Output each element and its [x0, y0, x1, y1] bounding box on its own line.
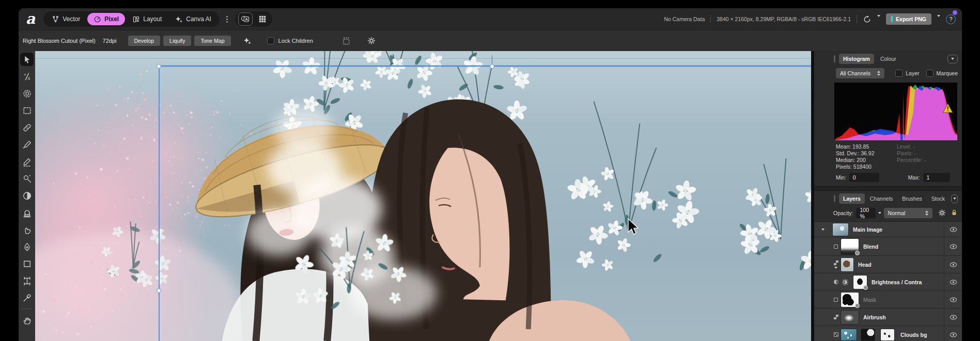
eye-icon — [950, 262, 957, 267]
layer-checkbox[interactable] — [895, 70, 903, 77]
develop-button[interactable]: Develop — [128, 36, 161, 46]
tool-move[interactable] — [20, 53, 34, 66]
layer-settings-gear-icon[interactable] — [938, 209, 946, 218]
layer-lock-icon[interactable] — [951, 209, 958, 217]
tool-view[interactable] — [20, 313, 34, 327]
export-dropdown-icon[interactable] — [937, 17, 940, 22]
layer-row-main-image[interactable]: Main Image — [814, 222, 962, 237]
layer-badges — [832, 291, 840, 308]
opacity-value[interactable]: 100 % — [856, 208, 876, 218]
burn-icon — [23, 192, 30, 199]
tool-pixel-pencil[interactable] — [20, 155, 34, 168]
selection-handle-top-left[interactable] — [157, 64, 161, 69]
layer-visibility-toggle[interactable] — [944, 326, 962, 341]
layer-visibility-toggle[interactable] — [944, 308, 962, 326]
persona-tab-canva-ai[interactable]: Canva AI — [169, 13, 217, 25]
layer-mask-thumbnail[interactable] — [861, 329, 875, 340]
liquify-button[interactable]: Liquify — [163, 36, 191, 46]
histogram-stat: Level: - — [897, 143, 926, 150]
layer-checkbox-label: Layer — [906, 70, 919, 76]
opacity-dropdown-icon[interactable] — [878, 212, 881, 214]
studio-tab-stock[interactable]: Stock — [927, 193, 949, 204]
selection-handle-left-middle[interactable] — [157, 288, 161, 293]
eye-icon — [950, 227, 957, 232]
more-options-icon[interactable] — [225, 16, 230, 23]
histogram-stat: Percentile: - — [897, 157, 926, 164]
tool-healing-brush[interactable] — [20, 121, 34, 134]
marquee-checkbox[interactable] — [926, 70, 934, 77]
tool-pen[interactable] — [20, 240, 34, 253]
channels-dropdown[interactable]: All Channels — [836, 68, 884, 78]
tool-burn[interactable] — [20, 189, 34, 202]
persona-tab-vector[interactable]: Vector — [45, 13, 86, 25]
tool-smudge[interactable] — [20, 223, 34, 236]
layer-name: Head — [858, 262, 941, 268]
histogram-collapse-icon[interactable] — [947, 55, 958, 63]
tool-mesh-warp[interactable] — [20, 274, 34, 287]
tool-marquee[interactable] — [20, 104, 34, 117]
studio-tab-channels[interactable]: Channels — [866, 193, 897, 204]
layer-visibility-toggle[interactable] — [944, 291, 962, 308]
min-input[interactable]: 0 — [849, 173, 879, 182]
help-button[interactable]: ? — [946, 14, 956, 24]
max-input[interactable]: 1 — [923, 173, 950, 182]
contact-sheet-icon[interactable]: A — [238, 12, 253, 26]
tool-paint-brush[interactable] — [20, 138, 34, 151]
canvas[interactable] — [35, 51, 811, 341]
mesh-warp-icon — [24, 277, 30, 285]
layer-thumbnail[interactable] — [841, 293, 859, 307]
studio-tab-colour[interactable]: Colour — [876, 54, 900, 64]
tool-clone-stamp[interactable] — [20, 206, 34, 219]
tool-colour-picker[interactable] — [20, 291, 34, 304]
layer-visibility-toggle[interactable] — [944, 256, 962, 273]
mask-badge-icon — [834, 298, 838, 302]
layer-row-mask[interactable]: Mask — [814, 291, 962, 308]
tool-selection-brush[interactable] — [20, 87, 34, 100]
layer-row-airbrush[interactable]: Airbrush — [814, 308, 962, 326]
tool-rectangle[interactable] — [20, 257, 34, 270]
document-title: Right Blossom Cutout (Pixel) — [23, 38, 96, 44]
layer-row-head[interactable]: Head — [814, 256, 962, 273]
layer-thumbnail[interactable] — [841, 329, 857, 340]
selection-top-edge[interactable] — [159, 66, 811, 67]
selection-handle-top-middle[interactable] — [490, 64, 494, 69]
tone-map-button[interactable]: Tone Map — [194, 36, 230, 46]
layer-row-clouds-bg[interactable]: Clouds bg — [814, 326, 962, 341]
grid-view-icon[interactable] — [256, 13, 269, 25]
panel-grip[interactable] — [834, 195, 835, 202]
layer-thumbnail[interactable] — [841, 239, 859, 254]
lock-children-checkbox[interactable] — [267, 37, 274, 44]
export-png-button[interactable]: Export PNG — [886, 13, 931, 25]
top-bar: a VectorPixelLayoutCanva AI A No Camera … — [19, 8, 962, 30]
studio-tab-histogram[interactable]: Histogram — [839, 54, 874, 64]
history-dropdown-icon[interactable] — [877, 17, 880, 22]
selection-left-edge[interactable] — [159, 64, 160, 341]
layer-thumbnail[interactable] — [841, 258, 853, 271]
tool-crop[interactable]: +4 — [20, 70, 34, 83]
layer-row-blend[interactable]: Blend — [814, 237, 962, 256]
tool-blemish-removal[interactable] — [20, 172, 34, 185]
notification-dot — [953, 10, 957, 15]
camera-data-status: No Camera Data — [664, 16, 705, 22]
layer-mask-thumbnail[interactable] — [881, 329, 894, 340]
studio-tab-brushes[interactable]: Brushes — [898, 193, 926, 204]
layer-visibility-toggle[interactable] — [944, 237, 962, 255]
blend-mode-dropdown[interactable]: Normal — [884, 208, 932, 218]
panel-grip[interactable] — [834, 55, 835, 62]
transform-origin-icon[interactable] — [342, 37, 351, 45]
layers-collapse-icon[interactable] — [951, 194, 958, 203]
layer-thumbnail[interactable] — [853, 275, 867, 289]
layer-visibility-toggle[interactable] — [944, 222, 962, 237]
histogram-stat: Median: 200 — [836, 157, 897, 164]
histogram-stat: Std. Dev.: 36.92 — [836, 150, 897, 157]
layer-visibility-toggle[interactable] — [944, 273, 962, 290]
layer-thumbnail[interactable] — [833, 223, 848, 236]
layer-row-brightness-contra[interactable]: Brightness / Contra — [814, 273, 962, 291]
studio-tab-layers[interactable]: Layers — [839, 193, 865, 204]
layer-thumbnail[interactable] — [841, 311, 859, 324]
persona-tab-layout[interactable]: Layout — [126, 13, 168, 25]
persona-tab-pixel[interactable]: Pixel — [87, 13, 125, 25]
settings-gear-icon[interactable] — [367, 37, 376, 45]
auto-enhance-icon[interactable] — [243, 37, 252, 45]
history-icon[interactable] — [863, 15, 872, 24]
